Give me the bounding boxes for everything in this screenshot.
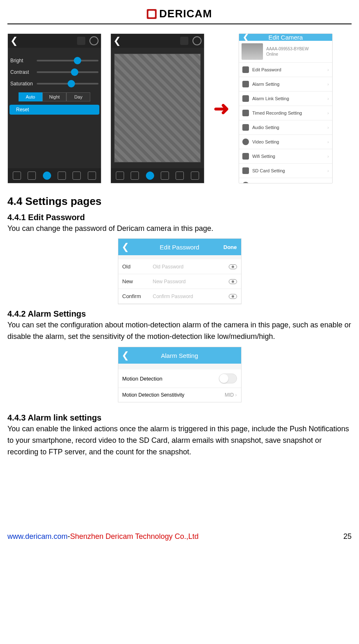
bottom-toolbar	[8, 168, 101, 183]
camera-id: AAAA-099553-BYBEW	[266, 46, 309, 52]
toolbar-mic-icon[interactable]	[176, 172, 184, 180]
eye-icon[interactable]	[229, 294, 237, 299]
lock-icon	[242, 66, 249, 73]
speaker-icon	[242, 124, 249, 131]
old-password-row[interactable]: Old Old Password	[118, 259, 241, 274]
section-4.4.2-text: You can set the configuration about moti…	[7, 320, 352, 343]
section-4.4.1-text: You can change the password of Dericam c…	[7, 223, 352, 235]
section-4.4.3-text: You can enable the linked actions once t…	[7, 423, 352, 458]
mode-auto-button[interactable]: Auto	[19, 92, 42, 101]
menu-alarm-link[interactable]: Alarm Link Setting›	[239, 92, 332, 106]
camera-thumbnail	[242, 43, 263, 60]
chevron-right-icon: ›	[235, 392, 237, 398]
slider-bright[interactable]: Bright	[10, 58, 99, 63]
menu-timed-recording[interactable]: Timed Recording Setting›	[239, 106, 332, 120]
phone-preview: ❮	[110, 33, 204, 183]
phone-edit-camera: ❮ Edit Camera AAAA-099553-BYBEW Online E…	[239, 33, 333, 183]
bell-icon	[242, 81, 249, 87]
footer-url: www.dericam.com	[7, 532, 68, 541]
bell-icon	[242, 95, 249, 102]
toolbar-record-icon[interactable]	[58, 172, 66, 180]
camera-status: Online	[266, 52, 309, 57]
toolbar-gallery-icon[interactable]	[116, 172, 124, 180]
screen-title: Edit Camera	[268, 34, 303, 41]
slider-saturation[interactable]: Saturation	[10, 81, 99, 87]
section-4.4.1-heading: 4.4.1 Edit Password	[7, 213, 352, 222]
menu-wifi[interactable]: Wifi Setting›	[239, 149, 332, 164]
settings-toggle-icon[interactable]	[180, 37, 188, 45]
back-icon[interactable]: ❮	[122, 242, 129, 252]
eye-icon[interactable]	[229, 279, 237, 284]
camera-icon	[242, 110, 249, 116]
section-4.4.2-heading: 4.4.2 Alarm Settings	[7, 309, 352, 319]
mode-night-button[interactable]: Night	[42, 92, 66, 101]
screen-title: Edit Password	[160, 244, 199, 251]
toolbar-capture-icon[interactable]	[43, 172, 51, 180]
menu-video[interactable]: Video Setting›	[239, 135, 332, 149]
chevron-right-icon: ›	[327, 183, 329, 183]
camera-info: AAAA-099553-BYBEW Online	[239, 41, 332, 63]
brand-text: DERICAM	[159, 7, 212, 20]
page-footer: www.dericam.com-Shenzhen Dericam Technol…	[7, 532, 352, 541]
reset-button[interactable]: Reset	[9, 105, 99, 115]
toolbar-view-icon[interactable]	[131, 172, 139, 180]
wifi-icon	[242, 153, 249, 160]
toolbar-record-icon[interactable]	[161, 172, 169, 180]
confirm-password-row[interactable]: Confirm Confirm Password	[118, 289, 241, 304]
document-header: DERICAM	[7, 4, 352, 24]
chevron-right-icon: ›	[327, 139, 329, 144]
chevron-right-icon: ›	[327, 110, 329, 115]
clock-icon	[242, 182, 249, 183]
settings-toggle-icon[interactable]	[77, 37, 85, 45]
camera-preview	[114, 54, 201, 162]
toolbar-more-icon[interactable]	[191, 172, 199, 180]
back-icon[interactable]: ❮	[122, 350, 129, 361]
toolbar-more-icon[interactable]	[88, 172, 96, 180]
alarm-setting-screen: ❮ Alarm Setting Motion Detection Motion …	[118, 347, 242, 402]
gear-icon[interactable]	[89, 36, 99, 45]
arrow-right-icon: ➜	[214, 97, 230, 120]
section-4.4-heading: 4.4 Settings pages	[7, 195, 352, 208]
chevron-right-icon: ›	[327, 96, 329, 101]
chevron-right-icon: ›	[327, 154, 329, 159]
chevron-right-icon: ›	[327, 82, 329, 87]
new-password-row[interactable]: New New Password	[118, 274, 241, 289]
menu-time[interactable]: Device Time Setting›	[239, 178, 332, 183]
sdcard-icon	[242, 167, 249, 174]
section-4.4.3-heading: 4.4.3 Alarm link settings	[7, 413, 352, 423]
toolbar-capture-icon[interactable]	[146, 172, 154, 180]
chevron-right-icon: ›	[327, 125, 329, 130]
back-icon[interactable]: ❮	[113, 35, 121, 46]
toolbar-mic-icon[interactable]	[73, 172, 81, 180]
slider-contrast[interactable]: Contrast	[10, 69, 99, 75]
back-icon[interactable]: ❮	[242, 33, 250, 43]
toolbar-view-icon[interactable]	[28, 172, 36, 180]
logo-mark-icon	[147, 9, 157, 19]
menu-audio[interactable]: Audio Setting›	[239, 120, 332, 135]
record-icon	[242, 139, 249, 145]
chevron-right-icon: ›	[327, 168, 329, 173]
back-icon[interactable]: ❮	[10, 35, 18, 46]
page-number: 25	[343, 532, 352, 541]
gear-icon[interactable]	[192, 36, 202, 45]
motion-detection-row[interactable]: Motion Detection	[118, 369, 241, 388]
menu-sdcard[interactable]: SD Card Setting›	[239, 164, 332, 178]
eye-icon[interactable]	[229, 264, 237, 269]
chevron-right-icon: ›	[327, 67, 329, 72]
screenshot-row: ❮ Bright Contrast Saturation	[7, 33, 352, 183]
menu-alarm-setting[interactable]: Alarm Setting›	[239, 77, 332, 92]
menu-edit-password[interactable]: Edit Password›	[239, 63, 332, 77]
motion-sensitivity-row[interactable]: Motion Detection Senstitivity MID ›	[118, 388, 241, 402]
screen-title: Alarm Setting	[161, 352, 198, 359]
motion-detection-toggle[interactable]	[219, 374, 237, 383]
done-button[interactable]: Done	[223, 244, 237, 250]
phone-sliders: ❮ Bright Contrast Saturation	[7, 33, 101, 183]
mode-day-button[interactable]: Day	[66, 92, 90, 101]
edit-password-screen: ❮ Edit Password Done Old Old Password Ne…	[118, 238, 242, 304]
footer-company: Shenzhen Dericam Technology Co.,Ltd	[70, 532, 199, 541]
toolbar-gallery-icon[interactable]	[13, 172, 21, 180]
brand-logo: DERICAM	[147, 7, 212, 20]
